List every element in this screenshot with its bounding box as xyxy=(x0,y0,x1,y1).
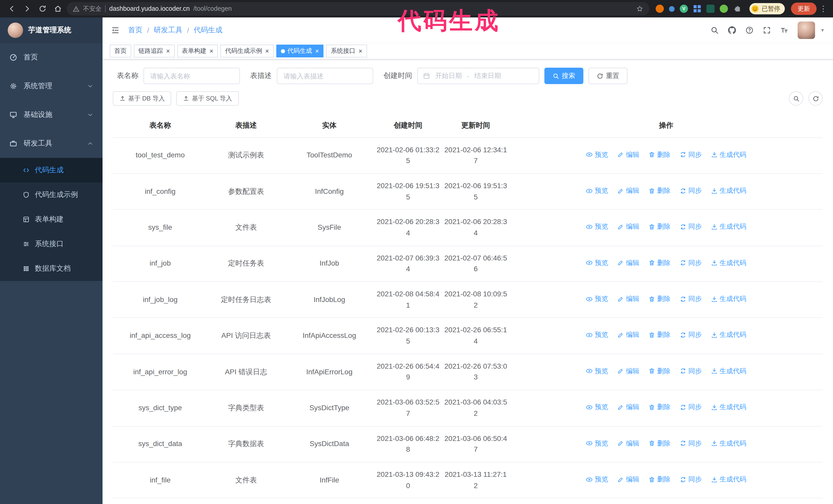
close-icon[interactable]: × xyxy=(265,48,269,54)
browser-reload-icon[interactable] xyxy=(36,2,49,16)
delete-link[interactable]: 删除 xyxy=(648,186,670,196)
date-range-picker[interactable]: 开始日期 - 结束日期 xyxy=(417,68,539,84)
extension-icon-teal[interactable] xyxy=(706,5,715,13)
tab-codegen-example[interactable]: 代码生成示例 × xyxy=(220,45,273,57)
github-icon[interactable] xyxy=(728,26,736,34)
sidebar-item-system-api[interactable]: 系统接口 xyxy=(0,232,102,256)
browser-forward-icon[interactable] xyxy=(21,2,34,16)
reset-button[interactable]: 重置 xyxy=(589,68,627,84)
extension-icon-orange[interactable] xyxy=(656,5,664,13)
close-icon[interactable]: × xyxy=(166,48,170,54)
date-end-placeholder[interactable]: 结束日期 xyxy=(474,71,501,80)
tab-form-builder[interactable]: 表单构建 × xyxy=(177,45,218,57)
generate-code-link[interactable]: 生成代码 xyxy=(711,330,746,340)
sync-link[interactable]: 同步 xyxy=(680,149,702,160)
edit-link[interactable]: 编辑 xyxy=(617,222,639,232)
generate-code-link[interactable]: 生成代码 xyxy=(711,474,746,484)
bookmark-star-icon[interactable] xyxy=(636,5,643,12)
tab-system-api[interactable]: 系统接口 × xyxy=(326,45,367,57)
preview-link[interactable]: 预览 xyxy=(586,438,608,448)
breadcrumb-item-home[interactable]: 首页 xyxy=(128,26,143,35)
update-button[interactable]: 更新 xyxy=(791,3,816,15)
edit-link[interactable]: 编辑 xyxy=(617,186,639,196)
profile-paused-badge[interactable]: 已暂停 xyxy=(749,3,785,14)
edit-link[interactable]: 编辑 xyxy=(617,149,639,160)
date-start-placeholder[interactable]: 开始日期 xyxy=(435,71,462,80)
sidebar-item-devtools[interactable]: 研发工具 xyxy=(0,129,102,158)
generate-code-link[interactable]: 生成代码 xyxy=(711,402,746,412)
sync-link[interactable]: 同步 xyxy=(680,474,702,484)
edit-link[interactable]: 编辑 xyxy=(617,402,639,412)
edit-link[interactable]: 编辑 xyxy=(617,294,639,304)
sync-link[interactable]: 同步 xyxy=(680,402,702,412)
extension-icon-green[interactable] xyxy=(720,5,728,13)
preview-link[interactable]: 预览 xyxy=(586,294,608,304)
delete-link[interactable]: 删除 xyxy=(648,402,670,412)
generate-code-link[interactable]: 生成代码 xyxy=(711,366,746,376)
sync-link[interactable]: 同步 xyxy=(680,258,702,268)
preview-link[interactable]: 预览 xyxy=(586,258,608,268)
sync-link[interactable]: 同步 xyxy=(680,366,702,376)
preview-link[interactable]: 预览 xyxy=(586,474,608,484)
close-icon[interactable]: × xyxy=(209,48,213,54)
table-name-input[interactable] xyxy=(144,68,240,84)
sidebar-item-codegen[interactable]: 代码生成 xyxy=(0,158,102,183)
delete-link[interactable]: 删除 xyxy=(648,149,670,160)
header-search-icon[interactable] xyxy=(711,26,719,34)
edit-link[interactable]: 编辑 xyxy=(617,474,639,484)
delete-link[interactable]: 删除 xyxy=(648,474,670,484)
preview-link[interactable]: 预览 xyxy=(586,366,608,376)
sidebar-item-system[interactable]: 系统管理 xyxy=(0,72,102,100)
sidebar-item-db-doc[interactable]: 数据库文档 xyxy=(0,256,102,281)
tab-codegen[interactable]: 代码生成 × xyxy=(276,45,324,57)
close-icon[interactable]: × xyxy=(359,48,362,54)
generate-code-link[interactable]: 生成代码 xyxy=(711,222,746,232)
extension-icon-grid[interactable] xyxy=(693,5,701,13)
generate-code-link[interactable]: 生成代码 xyxy=(711,294,746,304)
sync-link[interactable]: 同步 xyxy=(680,294,702,304)
extension-icon-vue[interactable]: V xyxy=(680,5,688,13)
preview-link[interactable]: 预览 xyxy=(586,402,608,412)
table-desc-input[interactable] xyxy=(277,68,373,84)
generate-code-link[interactable]: 生成代码 xyxy=(711,438,746,448)
sidebar-item-form-builder[interactable]: 表单构建 xyxy=(0,207,102,232)
import-sql-button[interactable]: 基于 SQL 导入 xyxy=(176,91,239,105)
generate-code-link[interactable]: 生成代码 xyxy=(711,186,746,196)
fullscreen-icon[interactable] xyxy=(763,26,771,34)
edit-link[interactable]: 编辑 xyxy=(617,258,639,268)
edit-link[interactable]: 编辑 xyxy=(617,438,639,448)
preview-link[interactable]: 预览 xyxy=(586,222,608,232)
delete-link[interactable]: 删除 xyxy=(648,330,670,340)
tab-home[interactable]: 首页 xyxy=(110,45,131,57)
delete-link[interactable]: 删除 xyxy=(648,294,670,304)
chevron-down-icon[interactable]: ▼ xyxy=(820,28,825,33)
browser-back-icon[interactable] xyxy=(5,2,19,16)
sidebar-item-codegen-example[interactable]: 代码生成示例 xyxy=(0,183,102,207)
font-size-icon[interactable] xyxy=(780,26,788,34)
preview-link[interactable]: 预览 xyxy=(586,330,608,340)
breadcrumb-item-devtools[interactable]: 研发工具 xyxy=(154,26,183,35)
help-icon[interactable] xyxy=(745,26,754,34)
app-logo[interactable]: 芋道管理系统 xyxy=(0,18,102,43)
sync-link[interactable]: 同步 xyxy=(680,438,702,448)
sync-link[interactable]: 同步 xyxy=(680,222,702,232)
browser-menu-icon[interactable]: ⋮ xyxy=(819,2,828,16)
sync-link[interactable]: 同步 xyxy=(680,330,702,340)
delete-link[interactable]: 删除 xyxy=(648,366,670,376)
edit-link[interactable]: 编辑 xyxy=(617,330,639,340)
toggle-search-button[interactable] xyxy=(789,91,803,105)
delete-link[interactable]: 删除 xyxy=(648,438,670,448)
address-bar[interactable]: 不安全 dashboard.yudao.iocoder.cn/tool/code… xyxy=(67,2,649,16)
sidebar-item-home[interactable]: 首页 xyxy=(0,43,102,72)
tab-trace[interactable]: 链路追踪 × xyxy=(134,45,174,57)
import-db-button[interactable]: 基于 DB 导入 xyxy=(113,91,171,105)
refresh-table-button[interactable] xyxy=(808,91,823,105)
delete-link[interactable]: 删除 xyxy=(648,258,670,268)
browser-home-icon[interactable] xyxy=(51,2,65,16)
extension-icon-blue-dot[interactable] xyxy=(669,6,674,11)
generate-code-link[interactable]: 生成代码 xyxy=(711,258,746,268)
breadcrumb-item-codegen[interactable]: 代码生成 xyxy=(194,26,222,35)
extensions-puzzle-icon[interactable] xyxy=(733,5,741,13)
generate-code-link[interactable]: 生成代码 xyxy=(711,149,746,160)
close-icon[interactable]: × xyxy=(315,48,319,54)
